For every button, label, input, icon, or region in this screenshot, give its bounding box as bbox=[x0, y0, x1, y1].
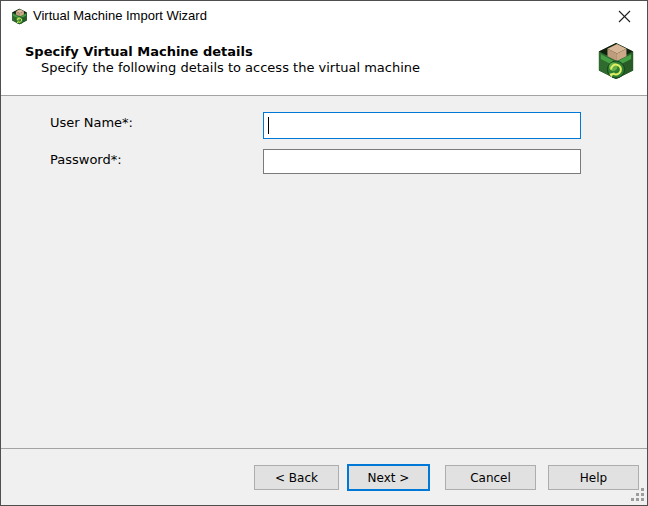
form-area: User Name*: Password*: bbox=[1, 96, 647, 448]
vm-import-box-icon bbox=[597, 40, 635, 82]
next-button[interactable]: Next > bbox=[347, 464, 430, 491]
resize-grip[interactable] bbox=[631, 488, 644, 501]
close-x-icon bbox=[618, 10, 631, 23]
wizard-window: Virtual Machine Import Wizard Specify Vi… bbox=[0, 0, 648, 506]
page-title: Specify Virtual Machine details bbox=[25, 44, 253, 59]
title-bar: Virtual Machine Import Wizard bbox=[1, 1, 647, 31]
cancel-button[interactable]: Cancel bbox=[445, 465, 536, 490]
text-caret bbox=[268, 117, 269, 134]
back-button[interactable]: < Back bbox=[254, 465, 339, 490]
window-title: Virtual Machine Import Wizard bbox=[33, 8, 207, 23]
password-input[interactable] bbox=[263, 149, 581, 174]
wizard-header: Specify Virtual Machine details Specify … bbox=[1, 31, 647, 95]
vm-import-box-icon bbox=[11, 8, 28, 25]
close-button[interactable] bbox=[602, 1, 647, 31]
username-input[interactable] bbox=[263, 112, 581, 139]
help-button[interactable]: Help bbox=[548, 465, 639, 490]
password-label: Password*: bbox=[50, 152, 122, 167]
button-bar: < Back Next > Cancel Help bbox=[1, 449, 647, 505]
username-label: User Name*: bbox=[50, 115, 133, 130]
page-subtitle: Specify the following details to access … bbox=[41, 60, 420, 75]
